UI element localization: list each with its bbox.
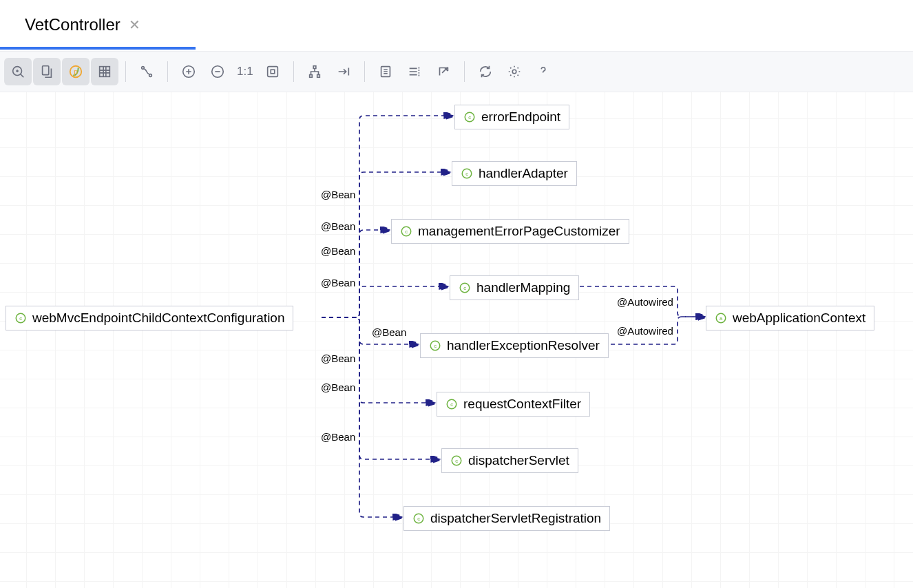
svg-text:c: c <box>465 171 468 177</box>
svg-rect-11 <box>313 66 316 69</box>
svg-point-6 <box>149 74 152 77</box>
svg-text:c: c <box>463 285 466 291</box>
edge-label-bean: @Bean <box>321 381 355 393</box>
node-dispatcher-servlet-registration[interactable]: c dispatcherServletRegistration <box>403 506 610 531</box>
profile-button[interactable]: p <box>62 58 90 85</box>
svg-text:a: a <box>720 315 723 322</box>
grid-button[interactable] <box>91 58 118 85</box>
node-label: webApplicationContext <box>733 311 865 326</box>
node-label: errorEndpoint <box>481 109 560 125</box>
edge-label-bean: @Bean <box>372 326 406 338</box>
svg-rect-10 <box>271 70 275 74</box>
svg-rect-12 <box>309 75 312 78</box>
zoom-in-button[interactable] <box>175 58 202 85</box>
fit-content-button[interactable] <box>259 58 286 85</box>
edge-label-bean: @Bean <box>321 277 355 288</box>
node-management-error-page-customizer[interactable]: c managementErrorPageCustomizer <box>391 219 629 244</box>
toolbar-separator <box>364 61 365 82</box>
tab-vetcontroller[interactable]: VetController ✕ <box>14 0 151 49</box>
copy-button[interactable] <box>33 58 61 85</box>
node-label: dispatcherServletRegistration <box>430 511 601 526</box>
tab-active-indicator <box>0 47 196 50</box>
node-request-context-filter[interactable]: c requestContextFilter <box>437 392 590 417</box>
node-handler-mapping[interactable]: c handlerMapping <box>450 275 579 300</box>
node-handler-adapter[interactable]: c handlerAdapter <box>452 161 577 186</box>
node-label: requestContextFilter <box>463 397 581 412</box>
edge-label-bean: @Bean <box>321 220 355 232</box>
connection-button[interactable] <box>133 58 160 85</box>
edge-label-bean: @Bean <box>321 245 355 257</box>
edge-label-bean: @Bean <box>321 431 355 443</box>
select-mode-button[interactable] <box>4 58 32 85</box>
zoom-out-button[interactable] <box>204 58 231 85</box>
svg-text:p: p <box>74 68 78 76</box>
refresh-button[interactable] <box>472 58 499 85</box>
close-icon[interactable]: ✕ <box>129 17 140 33</box>
edge-label-bean: @Bean <box>321 353 355 364</box>
svg-text:c: c <box>19 315 22 322</box>
node-label: handlerMapping <box>476 280 570 295</box>
edge-label-bean: @Bean <box>321 189 355 200</box>
svg-rect-1 <box>43 66 49 75</box>
node-web-application-context[interactable]: a webApplicationContext <box>706 306 874 330</box>
layout-button[interactable] <box>301 58 328 85</box>
diagram-canvas[interactable]: c webMvcEndpointChildContextConfiguratio… <box>0 92 913 588</box>
node-error-endpoint[interactable]: c errorEndpoint <box>454 105 569 129</box>
svg-rect-9 <box>267 67 277 77</box>
svg-point-5 <box>142 67 145 70</box>
svg-rect-4 <box>100 67 110 77</box>
svg-text:c: c <box>417 516 420 522</box>
route-button[interactable] <box>330 58 357 85</box>
node-dispatcher-servlet[interactable]: c dispatcherServlet <box>441 448 578 473</box>
svg-text:c: c <box>450 401 453 408</box>
tab-bar: VetController ✕ <box>0 0 913 51</box>
toolbar-separator <box>464 61 465 82</box>
node-label: handlerAdapter <box>479 166 568 181</box>
zoom-reset-button[interactable]: 1:1 <box>233 65 258 78</box>
list-button[interactable] <box>401 58 428 85</box>
diagram-toolbar: p 1:1 <box>0 51 913 92</box>
node-handler-exception-resolver[interactable]: c handlerExceptionResolver <box>420 333 609 358</box>
toolbar-separator <box>167 61 168 82</box>
help-button[interactable] <box>529 58 557 85</box>
svg-text:c: c <box>455 458 458 464</box>
node-label: managementErrorPageCustomizer <box>418 224 620 239</box>
toolbar-separator <box>293 61 294 82</box>
details-button[interactable] <box>372 58 399 85</box>
svg-text:c: c <box>434 343 437 349</box>
node-label: webMvcEndpointChildContextConfiguration <box>32 311 284 326</box>
settings-button[interactable] <box>501 58 528 85</box>
edge-label-autowired: @Autowired <box>617 325 673 337</box>
toolbar-separator <box>125 61 126 82</box>
node-label: dispatcherServlet <box>468 453 569 468</box>
node-label: handlerExceptionResolver <box>447 338 600 353</box>
node-source[interactable]: c webMvcEndpointChildContextConfiguratio… <box>6 306 293 330</box>
export-button[interactable] <box>430 58 457 85</box>
svg-point-15 <box>512 70 516 74</box>
edge-label-autowired: @Autowired <box>617 296 673 308</box>
svg-text:c: c <box>468 114 471 120</box>
svg-rect-13 <box>317 75 319 78</box>
svg-text:c: c <box>405 229 408 235</box>
tab-title: VetController <box>25 15 120 34</box>
